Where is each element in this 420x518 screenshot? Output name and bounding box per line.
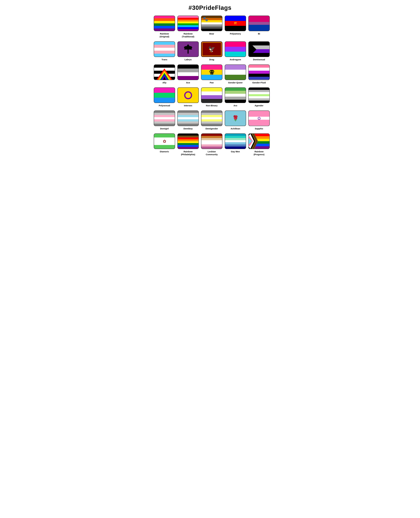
flag-aro: [225, 87, 246, 103]
flag-label-bear: Bear: [209, 32, 214, 35]
flag-item-polyamory: π Polyamory: [225, 15, 246, 38]
flag-item-ace: Ace: [177, 65, 199, 84]
flag-label-trans: Trans: [162, 58, 167, 61]
flag-item-diamoric: ✿ Diamoric: [154, 133, 175, 156]
flag-label-polyamory: Polyamory: [230, 32, 241, 35]
bear-paw-icon: 🐾: [203, 16, 208, 22]
flag-label-intersex: Intersex: [184, 104, 192, 107]
flag-label-demisexual: Demisexual: [253, 58, 265, 61]
flag-rainbow-trad: [177, 15, 199, 31]
flag-label-pan: Pan: [210, 81, 214, 84]
flag-label-drag: Drag: [209, 58, 214, 61]
flag-gay-men: [225, 133, 246, 149]
flag-item-aro: Aro: [225, 87, 246, 107]
flag-item-demiboy: Demiboy: [177, 111, 199, 130]
flag-label-diamoric: Diamoric: [160, 150, 169, 153]
flag-item-rainbow-progress: Rainbow(Progress): [248, 133, 270, 156]
flag-item-sapphic: ✿ Sapphic: [248, 111, 270, 130]
flag-item-non-binary: Non-Binary: [201, 87, 222, 107]
flag-bear: 🐾: [201, 15, 222, 31]
flag-achillean: 🌹: [225, 111, 246, 126]
sapphic-flower-icon: ✿: [257, 116, 261, 121]
flag-item-achillean: 🌹 Achillean: [225, 111, 246, 130]
flag-item-rainbow-philly: Rainbow(Philadelphia): [177, 133, 199, 156]
flag-labrys: [177, 41, 199, 57]
polyamory-pi-symbol: π: [234, 21, 237, 25]
flag-intersex: [177, 87, 199, 103]
ally-a-icon: [154, 65, 175, 80]
flag-label-lesbian: LesbianCommunity: [206, 150, 218, 156]
drag-phoenix-icon: 🦅: [208, 46, 215, 53]
flag-polysexual: [154, 87, 175, 103]
flag-item-demisexual: Demisexual: [248, 41, 270, 61]
flag-rainbow-orig: [154, 15, 175, 31]
flag-item-gender-fluid: Gender-Fluid: [248, 65, 270, 84]
pan-symbol-icon: ⚢: [209, 69, 214, 75]
flag-label-aro: Aro: [233, 104, 237, 107]
flag-label-ally: Ally: [162, 81, 166, 84]
flag-label-rainbow-progress: Rainbow(Progress): [254, 150, 264, 156]
flag-item-bear: 🐾 Bear: [201, 15, 222, 38]
flags-grid: Rainbow(Original) Rainbow(Traditional) 🐾…: [154, 15, 266, 156]
flag-item-bi: Bi: [248, 15, 270, 38]
flag-label-bi: Bi: [258, 32, 260, 35]
flag-label-labrys: Labrys: [184, 58, 192, 61]
flag-label-demiboy: Demiboy: [183, 127, 193, 130]
flag-drag: 🦅: [201, 41, 222, 57]
flag-item-rainbow-orig: Rainbow(Original): [154, 15, 175, 38]
flag-label-non-binary: Non-Binary: [206, 104, 218, 107]
flag-androgyne: [225, 41, 246, 57]
svg-point-3: [188, 46, 192, 49]
flag-non-binary: [201, 87, 222, 103]
flag-demigender: [201, 111, 222, 126]
svg-point-2: [184, 46, 188, 49]
flag-label-demigirl: Demigirl: [160, 127, 169, 130]
flag-diamoric: ✿: [154, 133, 175, 149]
flag-item-rainbow-trad: Rainbow(Traditional): [177, 15, 199, 38]
flag-demisexual: [248, 41, 270, 57]
flag-polyamory: π: [225, 15, 246, 31]
flag-label-agender: Agender: [255, 104, 263, 107]
flag-item-agender: Agender: [248, 87, 270, 107]
flag-item-demigirl: Demigirl: [154, 111, 175, 130]
diamoric-flower-icon: ✿: [163, 139, 166, 144]
flag-gender-queer: [225, 65, 246, 80]
flag-ally: [154, 65, 175, 80]
flag-item-lesbian: LesbianCommunity: [201, 133, 222, 156]
flag-item-polysexual: Polysexual: [154, 87, 175, 107]
flag-label-rainbow-philly: Rainbow(Philadelphia): [181, 150, 195, 156]
flag-item-androgyne: Androgyne: [225, 41, 246, 61]
flag-pan: ⚢: [201, 65, 222, 80]
flag-demiboy: [177, 111, 199, 126]
flag-label-gender-fluid: Gender-Fluid: [252, 81, 266, 84]
flag-ace: [177, 65, 199, 80]
flag-label-gender-queer: Gender-Queer: [228, 81, 243, 84]
page-title: #30PrideFlags: [154, 4, 266, 11]
achillean-rose-icon: 🌹: [232, 115, 239, 121]
flag-sapphic: ✿: [248, 111, 270, 126]
flag-bi: [248, 15, 270, 31]
flag-label-polysexual: Polysexual: [159, 104, 170, 107]
flag-item-trans: Trans: [154, 41, 175, 61]
flag-item-gay-men: Gay Men: [225, 133, 246, 156]
flag-trans: [154, 41, 175, 57]
flag-rainbow-philly: [177, 133, 199, 149]
flag-label-rainbow-trad: Rainbow(Traditional): [182, 32, 194, 38]
svg-rect-1: [188, 50, 189, 53]
flag-label-rainbow-orig: Rainbow(Original): [160, 32, 169, 38]
progress-chevron-icon: [249, 134, 258, 149]
flag-item-demigender: Demigender: [201, 111, 222, 130]
flag-item-labrys: Labrys: [177, 41, 199, 61]
flag-item-pan: ⚢ Pan: [201, 65, 222, 84]
flag-label-achillean: Achillean: [231, 127, 240, 130]
flag-item-ally: Ally: [154, 65, 175, 84]
flag-label-sapphic: Sapphic: [255, 127, 263, 130]
flag-label-ace: Ace: [186, 81, 190, 84]
flag-item-drag: 🦅 Drag: [201, 41, 222, 61]
page: #30PrideFlags Rainbow(Original) Rainbow(…: [151, 0, 269, 162]
flag-item-intersex: Intersex: [177, 87, 199, 107]
flag-rainbow-progress: [248, 133, 270, 149]
flag-lesbian: [201, 133, 222, 149]
flag-gender-fluid: [248, 65, 270, 80]
flag-demigirl: [154, 111, 175, 126]
